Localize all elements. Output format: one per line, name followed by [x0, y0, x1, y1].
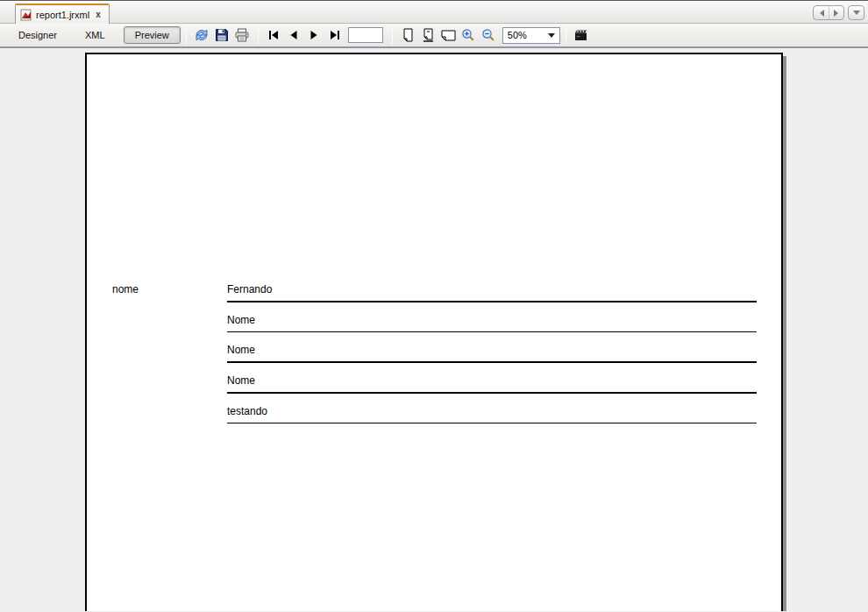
save-icon[interactable]	[212, 25, 232, 46]
field-value: Nome	[227, 344, 255, 356]
print-icon[interactable]	[232, 25, 253, 46]
scroll-left-icon[interactable]	[814, 6, 829, 19]
field-list: Fernando Nome Nome Nome testando	[227, 281, 757, 433]
refresh-icon[interactable]	[192, 25, 212, 46]
report-field-row: Nome	[227, 342, 757, 373]
last-page-icon[interactable]	[324, 25, 345, 46]
preview-area: nome Fernando Nome Nome Nome testando	[0, 48, 868, 611]
documents-list-icon[interactable]	[849, 6, 864, 19]
zoom-in-icon[interactable]	[459, 25, 479, 46]
toolbar-separator	[392, 26, 393, 44]
field-underline	[227, 423, 757, 424]
snapshot-icon[interactable]	[572, 25, 592, 46]
fit-page-icon[interactable]	[418, 25, 438, 46]
toolbar-separator	[258, 26, 259, 44]
combo-arrow-icon	[548, 33, 555, 41]
report-field-row: Fernando	[227, 281, 757, 312]
previous-page-icon[interactable]	[284, 25, 304, 46]
field-label: nome	[112, 283, 139, 295]
field-value: Nome	[227, 314, 255, 326]
actual-size-icon[interactable]	[398, 25, 418, 46]
field-underline	[227, 392, 757, 394]
field-value: Nome	[227, 374, 255, 387]
tab-scroll-controls	[813, 5, 864, 20]
zoom-level-select[interactable]: 50%	[502, 27, 560, 44]
field-value: testando	[227, 405, 267, 417]
report-field-row: Nome	[227, 312, 757, 343]
zoom-level-value: 50%	[508, 30, 527, 40]
tab-report1-jrxml[interactable]: report1.jrxml x	[15, 4, 110, 24]
report-page: nome Fernando Nome Nome Nome testando	[85, 53, 783, 611]
field-underline	[227, 331, 757, 333]
designer-view-button[interactable]: Designer	[11, 26, 65, 44]
toolbar-separator	[186, 26, 187, 44]
report-field-row: Nome	[227, 373, 757, 403]
field-value: Fernando	[227, 283, 272, 295]
editor-tab-bar: report1.jrxml x	[0, 0, 868, 24]
field-underline	[227, 361, 757, 363]
report-file-icon	[20, 9, 32, 21]
preview-view-button[interactable]: Preview	[124, 26, 181, 44]
fit-width-icon[interactable]	[438, 25, 459, 46]
tab-title: report1.jrxml	[36, 10, 89, 20]
toolbar-separator	[566, 26, 566, 44]
scroll-right-icon[interactable]	[829, 6, 843, 19]
next-page-icon[interactable]	[304, 25, 324, 46]
report-field-row: testando	[227, 403, 757, 434]
first-page-icon[interactable]	[264, 25, 284, 46]
tab-close-icon[interactable]: x	[94, 10, 103, 19]
zoom-out-icon[interactable]	[479, 25, 499, 46]
field-underline	[227, 301, 757, 302]
page-number-input[interactable]	[348, 27, 383, 43]
preview-toolbar: Designer XML Preview	[0, 24, 868, 48]
xml-view-button[interactable]: XML	[77, 26, 113, 44]
